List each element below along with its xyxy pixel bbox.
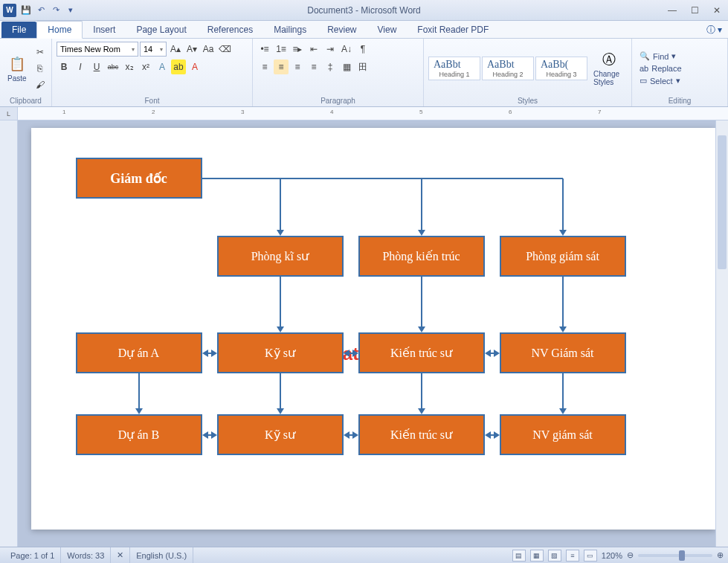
ruler-corner[interactable]: L xyxy=(0,107,18,120)
tab-references[interactable]: References xyxy=(197,22,263,38)
file-tab[interactable]: File xyxy=(1,22,36,38)
strikethrough-button[interactable]: abc xyxy=(106,59,120,74)
font-color-icon[interactable]: A xyxy=(187,59,202,74)
tab-home[interactable]: Home xyxy=(36,21,83,39)
style-heading2[interactable]: AaBbt Heading 2 xyxy=(482,57,534,80)
bold-button[interactable]: B xyxy=(57,59,71,74)
qat-more-icon[interactable]: ▾ xyxy=(64,4,77,17)
undo-icon[interactable]: ↶ xyxy=(34,4,48,17)
clear-formatting-icon[interactable]: ⌫ xyxy=(217,42,232,57)
style-heading3[interactable]: AaBb( Heading 3 xyxy=(535,57,587,80)
zoom-out-button[interactable]: ⊖ xyxy=(627,550,634,560)
zoom-level[interactable]: 120% xyxy=(602,551,622,560)
save-icon[interactable]: 💾 xyxy=(19,4,33,17)
status-page[interactable]: Page: 1 of 1 xyxy=(4,547,61,563)
redo-icon[interactable]: ↷ xyxy=(49,4,62,17)
org-node-eng[interactable]: Phòng kĩ sư xyxy=(217,236,344,277)
align-left-icon[interactable]: ≡ xyxy=(257,59,272,74)
superscript-button[interactable]: x² xyxy=(138,59,153,74)
text-effects-icon[interactable]: A xyxy=(155,59,170,74)
ruler-vertical[interactable] xyxy=(0,120,18,547)
close-button[interactable]: ✕ xyxy=(706,3,728,18)
change-case-icon[interactable]: Aa xyxy=(201,42,216,57)
align-center-icon[interactable]: ≡ xyxy=(274,59,289,74)
multilevel-icon[interactable]: ≡▸ xyxy=(290,42,305,57)
replace-button[interactable]: abReplace xyxy=(637,63,685,74)
font-name-combo[interactable]: Times New Rom xyxy=(57,42,138,57)
line-spacing-icon[interactable]: ‡ xyxy=(323,59,338,74)
org-node-pb[interactable]: Dự án B xyxy=(76,414,202,455)
show-marks-icon[interactable]: ¶ xyxy=(355,42,370,57)
org-node-nvg2[interactable]: NV giám sát xyxy=(500,414,626,455)
scrollbar-vertical[interactable] xyxy=(715,120,728,547)
status-proofing-icon[interactable]: ✕ xyxy=(111,547,130,563)
highlight-icon[interactable]: ab xyxy=(171,59,186,74)
editing-group-label: Editing xyxy=(637,95,723,105)
select-button[interactable]: ▭Select ▾ xyxy=(637,75,685,86)
ruler-horizontal[interactable]: L 1234567 xyxy=(0,107,728,120)
decrease-indent-icon[interactable]: ⇤ xyxy=(306,42,321,57)
group-clipboard: 📋 Paste ✂ ⎘ 🖌 Clipboard xyxy=(0,39,52,106)
org-node-dir[interactable]: Giám đốc xyxy=(76,158,202,199)
change-styles-icon: Ⓐ xyxy=(600,51,618,68)
status-language[interactable]: English (U.S.) xyxy=(130,547,193,563)
group-font: Times New Rom 14 A▴ A▾ Aa ⌫ B I U abc x₂… xyxy=(52,39,253,106)
clipboard-group-label: Clipboard xyxy=(4,95,47,105)
underline-button[interactable]: U xyxy=(89,59,104,74)
group-styles: AaBbt Heading 1 AaBbt Heading 2 AaBb( He… xyxy=(424,39,632,106)
tab-page-layout[interactable]: Page Layout xyxy=(126,22,196,38)
change-styles-button[interactable]: Ⓐ Change Styles xyxy=(590,49,627,88)
scroll-thumb[interactable] xyxy=(718,135,727,269)
view-draft-icon[interactable]: ▭ xyxy=(584,550,597,562)
tab-foxit[interactable]: Foxit Reader PDF xyxy=(407,22,499,38)
format-painter-icon[interactable]: 🖌 xyxy=(33,77,48,92)
zoom-in-button[interactable]: ⊕ xyxy=(717,550,724,560)
paste-label: Paste xyxy=(7,74,27,83)
org-node-kts2[interactable]: Kiến trúc sư xyxy=(358,414,485,455)
numbering-icon[interactable]: 1≡ xyxy=(274,42,289,57)
maximize-button[interactable]: ☐ xyxy=(683,3,706,18)
view-outline-icon[interactable]: ≡ xyxy=(566,550,579,562)
find-button[interactable]: 🔍Find ▾ xyxy=(637,51,685,62)
subscript-button[interactable]: x₂ xyxy=(122,59,137,74)
style-heading1[interactable]: AaBbt Heading 1 xyxy=(428,57,480,80)
tab-insert[interactable]: Insert xyxy=(83,22,126,38)
grow-font-icon[interactable]: A▴ xyxy=(168,42,183,57)
zoom-slider[interactable] xyxy=(638,554,712,557)
page-scroll[interactable]: ThuThuatPhanMem.vn Giám đốcPhòng kĩ sưPh… xyxy=(18,120,728,547)
tab-view[interactable]: View xyxy=(367,22,408,38)
view-full-screen-icon[interactable]: ▦ xyxy=(530,550,544,562)
paste-button[interactable]: 📋 Paste xyxy=(4,54,30,84)
group-editing: 🔍Find ▾ abReplace ▭Select ▾ Editing xyxy=(632,39,728,106)
italic-button[interactable]: I xyxy=(73,59,88,74)
tab-mailings[interactable]: Mailings xyxy=(263,22,317,38)
align-right-icon[interactable]: ≡ xyxy=(290,59,305,74)
org-node-sup[interactable]: Phòng giám sát xyxy=(500,236,626,277)
org-node-ks2[interactable]: Kỹ sư xyxy=(217,414,344,455)
bullets-icon[interactable]: •≡ xyxy=(257,42,272,57)
font-size-combo[interactable]: 14 xyxy=(140,42,167,57)
view-web-icon[interactable]: ▧ xyxy=(548,550,561,562)
status-bar: Page: 1 of 1 Words: 33 ✕ English (U.S.) … xyxy=(0,547,728,563)
help-icon[interactable]: ⓘ ▾ xyxy=(706,24,722,36)
page[interactable]: ThuThuatPhanMem.vn Giám đốcPhòng kĩ sưPh… xyxy=(31,128,715,530)
view-print-layout-icon[interactable]: ▤ xyxy=(512,550,526,562)
shrink-font-icon[interactable]: A▾ xyxy=(184,42,199,57)
justify-icon[interactable]: ≡ xyxy=(306,59,321,74)
minimize-button[interactable]: — xyxy=(661,3,683,18)
sort-icon[interactable]: A↓ xyxy=(339,42,354,57)
styles-gallery[interactable]: AaBbt Heading 1 AaBbt Heading 2 AaBb( He… xyxy=(428,57,587,80)
org-node-nvg1[interactable]: NV Giám sát xyxy=(500,332,626,373)
cut-icon[interactable]: ✂ xyxy=(33,45,48,59)
status-words[interactable]: Words: 33 xyxy=(61,547,111,563)
borders-icon[interactable]: 田 xyxy=(355,59,370,74)
org-node-pa[interactable]: Dự án A xyxy=(76,332,202,373)
shading-icon[interactable]: ▦ xyxy=(339,59,354,74)
tab-review[interactable]: Review xyxy=(317,22,367,38)
increase-indent-icon[interactable]: ⇥ xyxy=(323,42,338,57)
org-node-arch[interactable]: Phòng kiến trúc xyxy=(358,236,485,277)
org-node-ks1[interactable]: Kỹ sư xyxy=(217,332,344,373)
zoom-slider-thumb[interactable] xyxy=(679,550,685,561)
org-node-kts1[interactable]: Kiến trúc sư xyxy=(358,332,485,373)
copy-icon[interactable]: ⎘ xyxy=(33,61,48,76)
